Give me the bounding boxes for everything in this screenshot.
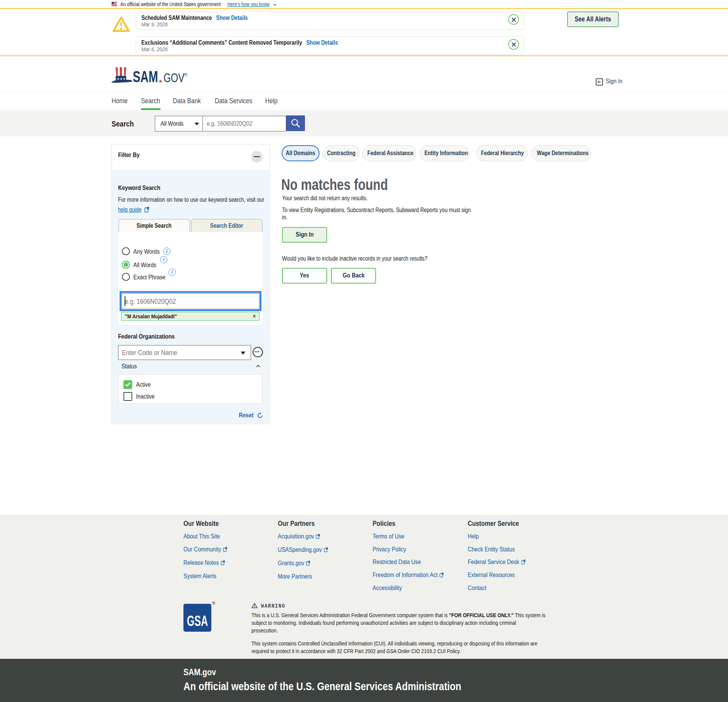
- svg-text:GOV: GOV: [164, 71, 185, 85]
- svg-text:GSA: GSA: [187, 613, 208, 629]
- svg-text:®: ®: [184, 72, 187, 77]
- svg-text:★: ★: [158, 78, 163, 84]
- svg-text:SAM: SAM: [133, 68, 158, 86]
